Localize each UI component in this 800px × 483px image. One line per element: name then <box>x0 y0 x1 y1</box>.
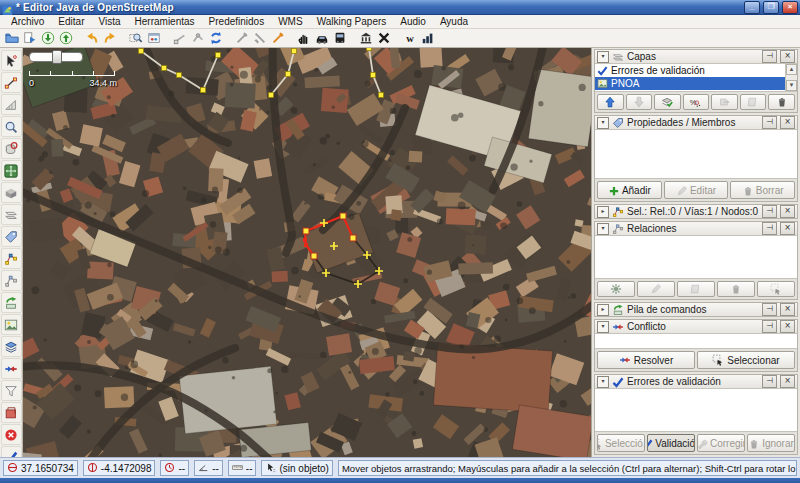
relations-list[interactable] <box>595 235 797 278</box>
validation-list[interactable] <box>595 388 797 431</box>
move-tool[interactable] <box>1 160 22 181</box>
layer-visibility-button[interactable] <box>654 94 681 110</box>
window-title: * Editor Java de OpenStreetMap <box>16 2 174 13</box>
app-logo-icon <box>2 2 13 13</box>
zoom-tool[interactable] <box>1 116 22 137</box>
map-canvas[interactable]: 0 34.4 m <box>23 48 591 457</box>
open-file-button[interactable] <box>3 30 21 46</box>
undo-button[interactable] <box>83 30 101 46</box>
changeset-dialog-toggle[interactable] <box>1 402 22 423</box>
add-property-button[interactable]: Añadir <box>597 181 662 199</box>
layer-opacity-button[interactable]: % <box>683 94 710 110</box>
delete-preset-button[interactable] <box>375 30 393 46</box>
layer-up-button[interactable] <box>597 94 624 110</box>
conflict-dialog-toggle[interactable] <box>1 358 22 379</box>
validation-collapse-toggle[interactable]: ▾ <box>597 376 609 388</box>
layer-delete-button[interactable] <box>768 94 795 110</box>
simplify-tool-button[interactable] <box>269 30 287 46</box>
angleruler-icon <box>4 98 18 112</box>
relation-dialog-toggle[interactable] <box>1 270 22 291</box>
manual-preset-button[interactable] <box>295 30 313 46</box>
menu-wms[interactable]: WMS <box>271 16 309 27</box>
selection-close-button[interactable]: × <box>780 205 795 218</box>
select-conflict-button[interactable]: Seleccionar <box>697 351 795 369</box>
zoom-slider[interactable] <box>29 52 83 62</box>
command-stack-collapse-toggle[interactable]: ▸ <box>597 304 609 316</box>
layer-list-scrollbar[interactable]: ▲ ▼ <box>785 64 797 91</box>
upload-button[interactable] <box>57 30 75 46</box>
conflict-collapse-toggle[interactable]: ▾ <box>597 321 609 333</box>
draw-node-tool[interactable] <box>1 72 22 93</box>
angle-readout: -- <box>194 460 223 476</box>
menu-vista[interactable]: Vista <box>91 16 127 27</box>
save-button[interactable] <box>21 30 39 46</box>
layer-row-pnoa[interactable]: PNOA <box>595 77 785 90</box>
run-validation-button[interactable]: Validación <box>647 434 695 452</box>
chart-icon <box>421 31 435 45</box>
chart-button[interactable] <box>419 30 437 46</box>
tag-dialog-toggle[interactable] <box>1 226 22 247</box>
extrude-tool[interactable] <box>1 204 22 225</box>
properties-stick-button[interactable]: ⊣ <box>762 116 777 129</box>
download-button[interactable] <box>39 30 57 46</box>
reverse-tool-button[interactable] <box>251 30 269 46</box>
menu-archivo[interactable]: Archivo <box>4 16 51 27</box>
conflict-close-button[interactable]: × <box>780 320 795 333</box>
relations-stick-button[interactable]: ⊣ <box>762 222 777 235</box>
scroll-up-icon[interactable]: ▲ <box>786 64 797 75</box>
menu-predefinidos[interactable]: Predefinidos <box>202 16 272 27</box>
relations-close-button[interactable]: × <box>780 222 795 235</box>
menu-ayuda[interactable]: Ayuda <box>433 16 475 27</box>
conflict-stick-button[interactable]: ⊣ <box>762 320 777 333</box>
filter-dialog-toggle[interactable] <box>1 380 22 401</box>
command-stack-stick-button[interactable]: ⊣ <box>762 303 777 316</box>
resolve-conflict-button[interactable]: Resolver <box>597 351 695 369</box>
redo-button[interactable] <box>101 30 119 46</box>
properties-list[interactable] <box>595 129 797 178</box>
select-relation-button <box>757 281 795 297</box>
properties-collapse-toggle[interactable]: ▾ <box>597 117 609 129</box>
zoom-selection-button[interactable] <box>127 30 145 46</box>
shear-icon <box>173 31 187 45</box>
way-tool-b-button[interactable] <box>189 30 207 46</box>
new-relation-button[interactable] <box>597 281 635 297</box>
zoom-slider-handle[interactable] <box>52 50 62 64</box>
transit-preset-button[interactable] <box>331 30 349 46</box>
relations-collapse-toggle[interactable]: ▾ <box>597 223 609 235</box>
command-stack-toggle[interactable] <box>1 292 22 313</box>
bank-preset-button[interactable] <box>357 30 375 46</box>
conflict-list[interactable] <box>595 333 797 348</box>
menu-audio[interactable]: Audio <box>393 16 433 27</box>
select-tool[interactable] <box>1 50 22 71</box>
waypoint-button[interactable]: w <box>401 30 419 46</box>
block-tool[interactable] <box>1 182 22 203</box>
way-tool-a-button[interactable] <box>171 30 189 46</box>
maximize-button[interactable]: ❐ <box>763 1 779 14</box>
close-button[interactable]: × <box>782 1 798 14</box>
delete-tool[interactable] <box>1 138 22 159</box>
measure-angle-tool[interactable] <box>1 94 22 115</box>
menu-herramientas[interactable]: Herramientas <box>128 16 202 27</box>
selection-dialog-toggle[interactable] <box>1 248 22 269</box>
selection-collapse-toggle[interactable]: ▸ <box>597 206 609 218</box>
layer-row-validation[interactable]: Errores de validación <box>595 64 785 77</box>
validation-close-button[interactable]: × <box>780 375 795 388</box>
scroll-down-icon[interactable]: ▼ <box>786 80 797 91</box>
layers-close-button[interactable]: × <box>780 50 795 63</box>
selection-stick-button[interactable]: ⊣ <box>762 205 777 218</box>
properties-close-button[interactable]: × <box>780 116 795 129</box>
menu-walking-papers[interactable]: Walking Papers <box>310 16 394 27</box>
menu-editar[interactable]: Editar <box>51 16 91 27</box>
layers-dialog-toggle[interactable] <box>1 336 22 357</box>
validation-stick-button[interactable]: ⊣ <box>762 375 777 388</box>
layers-stick-button[interactable]: ⊣ <box>762 50 777 63</box>
preferences-button[interactable] <box>145 30 163 46</box>
combine-tool-button[interactable] <box>233 30 251 46</box>
command-stack-close-button[interactable]: × <box>780 303 795 316</box>
update-data-button[interactable] <box>207 30 225 46</box>
error-dialog-toggle[interactable] <box>1 424 22 445</box>
minimize-button[interactable]: _ <box>744 1 760 14</box>
layers-collapse-toggle[interactable]: ▾ <box>597 51 609 63</box>
properties-dialog-toggle[interactable] <box>1 314 22 335</box>
car-preset-button[interactable] <box>313 30 331 46</box>
